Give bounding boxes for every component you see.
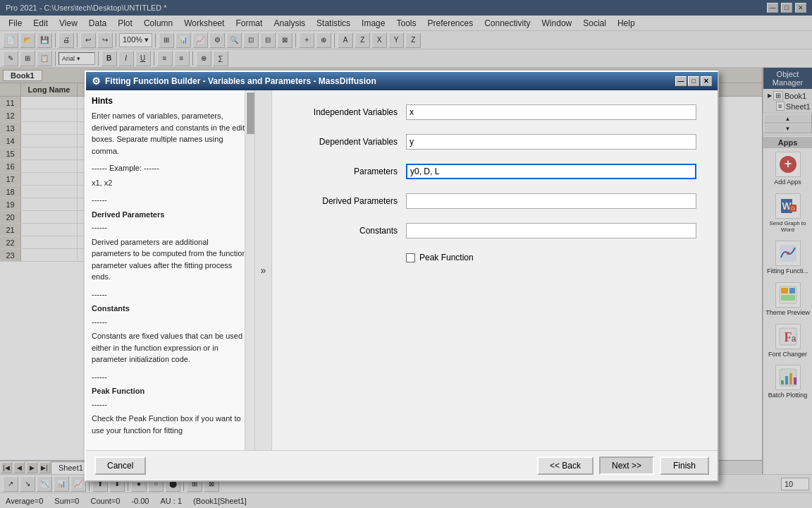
independent-variables-label: Independent Variables [293,107,406,117]
dialog-icon: ⚙ [92,75,101,87]
peak-function-checkbox[interactable] [406,253,415,262]
peak-function-label: Peak Function [419,253,474,262]
expand-button[interactable]: » [255,90,272,450]
hints-sep-3: ------ [92,289,249,301]
independent-variables-row: Independent Variables [293,104,696,120]
back-button[interactable]: << Back [537,456,593,475]
derived-parameters-input[interactable] [406,193,696,209]
hints-scrollbar[interactable] [245,90,254,450]
constants-label: Constants [293,226,406,236]
parameters-label: Parameters [293,167,406,176]
finish-button[interactable]: Finish [660,456,709,475]
hints-constants-header: Constants [92,303,249,315]
hints-scroll-thumb[interactable] [246,92,254,134]
fitting-function-dialog: ⚙ Fitting Function Builder - Variables a… [85,71,719,482]
hints-derived-text: Derived parameters are additional parame… [92,236,249,283]
dialog-title-bar: ⚙ Fitting Function Builder - Variables a… [86,72,718,90]
form-panel: Independent Variables Dependent Variable… [272,90,718,450]
hints-para-1: ------ Example: ------ [92,162,249,174]
cancel-button[interactable]: Cancel [94,456,146,475]
dialog-title-text: Fitting Function Builder - Variables and… [105,76,376,86]
dialog-footer: Cancel << Back Next >> Finish [86,450,718,480]
dialog-close[interactable]: ✕ [701,76,712,86]
constants-row: Constants [293,223,696,238]
hints-example: x1, x2 [92,177,249,189]
hints-sep-2: ------ [92,222,249,234]
hints-sep-4: ------ [92,316,249,328]
hints-constants-text: Constants are fixed values that can be u… [92,330,249,365]
dialog-body: Hints Enter names of variables, paramete… [86,90,718,450]
dialog-title-controls: — □ ✕ [675,76,712,86]
hints-sep-1: ------ [92,194,249,206]
hints-derived-header: Derived Parameters [92,209,249,221]
hints-sep-6: ------ [92,399,249,411]
derived-parameters-row: Derived Parameters [293,193,696,209]
constants-input[interactable] [406,223,696,238]
next-button[interactable]: Next >> [599,456,654,475]
hints-peak-header: Peak Function [92,385,249,397]
dependent-variables-input[interactable] [406,134,696,150]
peak-function-row: Peak Function [406,253,696,262]
hints-sep-5: ------ [92,371,249,383]
parameters-input[interactable] [406,164,696,179]
hints-para-0: Enter names of variables, parameters, de… [92,110,249,157]
dialog-footer-right: << Back Next >> Finish [537,456,709,475]
hints-panel: Hints Enter names of variables, paramete… [86,90,255,450]
hints-content: Enter names of variables, parameters, de… [92,110,249,436]
hints-heading: Hints [92,96,249,106]
parameters-row: Parameters [293,164,696,179]
dependent-variables-row: Dependent Variables [293,134,696,150]
hints-peak-text: Check the Peak Function box if you want … [92,413,249,436]
independent-variables-input[interactable] [406,104,696,120]
dependent-variables-label: Dependent Variables [293,137,406,147]
dialog-minimize[interactable]: — [675,76,687,86]
derived-parameters-label: Derived Parameters [293,196,406,206]
expand-chevron-icon: » [261,265,266,276]
dialog-maximize[interactable]: □ [688,76,699,86]
